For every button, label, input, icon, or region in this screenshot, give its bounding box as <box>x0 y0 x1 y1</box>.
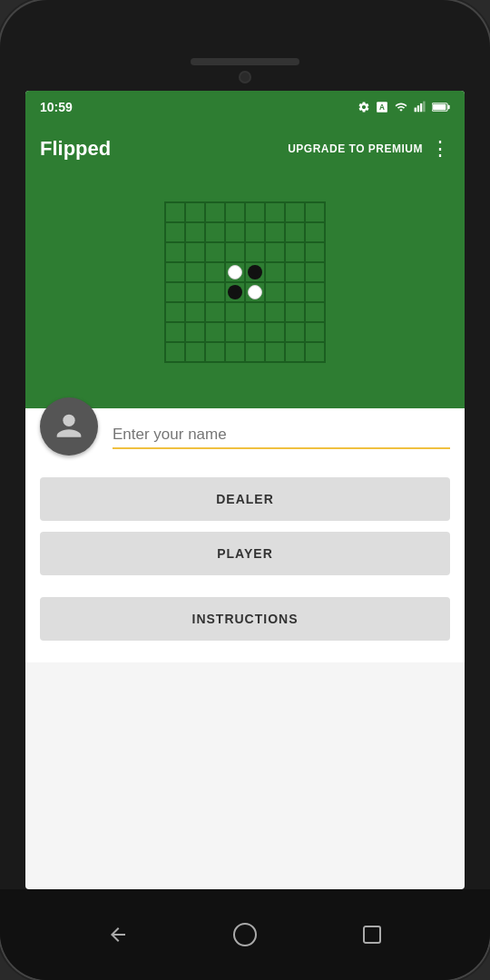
nav-home-button[interactable] <box>229 918 261 951</box>
home-circle-icon <box>232 922 258 947</box>
board-cell[interactable] <box>185 202 205 222</box>
board-cell[interactable] <box>285 222 305 242</box>
board-cell[interactable] <box>305 242 325 262</box>
board-cell[interactable] <box>165 322 185 342</box>
board-cell[interactable] <box>185 282 205 302</box>
board-cell[interactable] <box>265 222 285 242</box>
board-cell[interactable] <box>305 202 325 222</box>
board-cell[interactable] <box>165 302 185 322</box>
board-cell[interactable] <box>305 262 325 282</box>
board-cell[interactable] <box>225 202 245 222</box>
avatar <box>40 397 98 456</box>
speaker <box>191 58 299 65</box>
svg-point-10 <box>234 924 256 946</box>
board-cell[interactable] <box>185 342 205 362</box>
wifi-icon <box>394 101 408 113</box>
board-cell[interactable] <box>205 322 225 342</box>
board-cell[interactable] <box>245 342 265 362</box>
board-cell[interactable] <box>165 282 185 302</box>
board-cell[interactable] <box>285 342 305 362</box>
svg-rect-3 <box>417 105 419 112</box>
board-cell[interactable] <box>265 342 285 362</box>
board-cell[interactable] <box>245 202 265 222</box>
black-piece <box>248 265 262 279</box>
board-cell[interactable] <box>285 242 305 262</box>
svg-rect-5 <box>423 102 425 113</box>
phone-frame: 10:59 A <box>0 0 490 980</box>
board-cell[interactable] <box>185 222 205 242</box>
upgrade-button[interactable]: UPGRADE TO PREMIUM <box>288 142 423 155</box>
board-cell[interactable] <box>265 282 285 302</box>
board-cell[interactable] <box>165 242 185 262</box>
board-cell[interactable] <box>165 342 185 362</box>
svg-text:A: A <box>379 103 385 112</box>
svg-rect-11 <box>364 926 380 943</box>
gear-icon <box>358 101 370 113</box>
svg-point-9 <box>63 415 74 426</box>
svg-rect-4 <box>420 103 422 112</box>
phone-screen: 10:59 A <box>25 91 465 889</box>
nav-back-button[interactable] <box>102 918 134 951</box>
board-cell[interactable] <box>225 282 245 302</box>
white-piece <box>248 285 262 299</box>
status-icons: A <box>358 101 450 113</box>
board-cell[interactable] <box>265 322 285 342</box>
board-cell[interactable] <box>245 262 265 282</box>
board-cell[interactable] <box>165 202 185 222</box>
board-cell[interactable] <box>285 262 305 282</box>
board-cell[interactable] <box>285 282 305 302</box>
board-cell[interactable] <box>245 222 265 242</box>
board-cell[interactable] <box>185 262 205 282</box>
board-cell[interactable] <box>305 322 325 342</box>
signal-icon <box>414 101 426 113</box>
instructions-section: INSTRUCTIONS <box>40 597 450 641</box>
board-cell[interactable] <box>285 322 305 342</box>
board-cell[interactable] <box>245 282 265 302</box>
nav-recent-button[interactable] <box>356 918 388 951</box>
app-title: Flipped <box>40 137 111 161</box>
board-cell[interactable] <box>165 222 185 242</box>
board-cell[interactable] <box>265 202 285 222</box>
board-cell[interactable] <box>245 302 265 322</box>
player-button[interactable]: PLAYER <box>40 532 450 575</box>
game-board[interactable] <box>164 201 326 363</box>
bottom-area: DEALER PLAYER INSTRUCTIONS <box>25 408 465 662</box>
board-cell[interactable] <box>205 342 225 362</box>
dealer-button[interactable]: DEALER <box>40 477 450 521</box>
board-cell[interactable] <box>205 262 225 282</box>
board-cell[interactable] <box>305 222 325 242</box>
board-cell[interactable] <box>225 242 245 262</box>
svg-rect-7 <box>448 105 450 109</box>
board-cell[interactable] <box>245 242 265 262</box>
board-cell[interactable] <box>225 262 245 282</box>
board-cell[interactable] <box>265 302 285 322</box>
instructions-button[interactable]: INSTRUCTIONS <box>40 597 450 641</box>
board-cell[interactable] <box>225 342 245 362</box>
board-cell[interactable] <box>285 202 305 222</box>
a-icon: A <box>376 101 388 113</box>
board-cell[interactable] <box>205 222 225 242</box>
board-cell[interactable] <box>165 262 185 282</box>
board-cell[interactable] <box>265 262 285 282</box>
board-cell[interactable] <box>225 222 245 242</box>
board-cell[interactable] <box>305 302 325 322</box>
board-cell[interactable] <box>285 302 305 322</box>
white-piece <box>228 265 242 279</box>
board-cell[interactable] <box>245 322 265 342</box>
board-cell[interactable] <box>205 242 225 262</box>
board-cell[interactable] <box>225 302 245 322</box>
board-cell[interactable] <box>305 342 325 362</box>
board-cell[interactable] <box>205 282 225 302</box>
board-cell[interactable] <box>225 322 245 342</box>
front-camera <box>239 71 251 83</box>
board-cell[interactable] <box>205 302 225 322</box>
status-time: 10:59 <box>40 100 73 114</box>
more-menu-button[interactable]: ⋮ <box>430 137 450 161</box>
board-cell[interactable] <box>185 302 205 322</box>
name-input[interactable] <box>113 426 450 449</box>
board-cell[interactable] <box>185 322 205 342</box>
board-cell[interactable] <box>305 282 325 302</box>
board-cell[interactable] <box>205 202 225 222</box>
board-cell[interactable] <box>265 242 285 262</box>
board-cell[interactable] <box>185 242 205 262</box>
